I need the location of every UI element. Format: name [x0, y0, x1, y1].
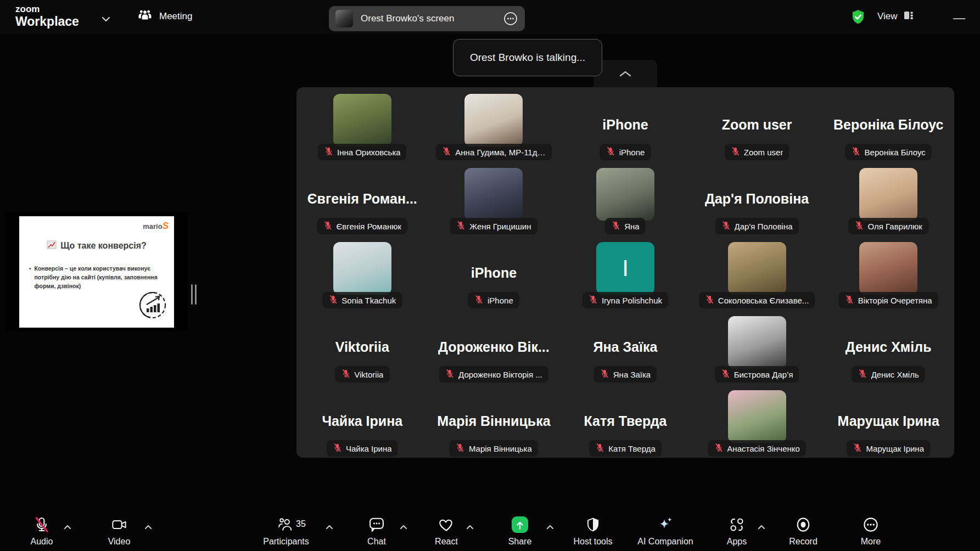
participant-name-label: Яна Заїка: [613, 370, 651, 379]
participant-tile[interactable]: iPhone iPhone: [559, 87, 691, 161]
video-label: Video: [78, 537, 160, 547]
participant-name-pill: Марущак Ірина: [847, 440, 930, 457]
participant-tile[interactable]: Марущак Ірина Марущак Ірина: [822, 384, 954, 458]
mic-muted-icon: [854, 221, 864, 232]
security-shield-icon[interactable]: [850, 9, 866, 27]
participant-tile[interactable]: Катя Тверда Катя Тверда: [559, 384, 691, 458]
preview-resize-handle[interactable]: [191, 284, 197, 305]
participant-tile[interactable]: Дар'я Половіна Дар'я Половіна: [691, 161, 823, 235]
mic-muted-icon: [705, 295, 714, 306]
mic-muted-icon: [328, 295, 338, 306]
chart-icon: [47, 240, 57, 251]
tab-meeting[interactable]: Meeting: [137, 9, 192, 24]
chevron-down-icon[interactable]: [102, 14, 110, 24]
participant-name-pill: Женя Грицишин: [450, 218, 537, 234]
mic-muted-icon: [474, 295, 484, 306]
participant-tile[interactable]: Марія Вінницька Марія Вінницька: [428, 384, 560, 458]
participant-tile[interactable]: iPhone iPhone: [428, 235, 560, 310]
share-button[interactable]: Share: [479, 512, 561, 551]
participant-name-label: Анастасія Зінченко: [727, 444, 800, 453]
participant-tile[interactable]: Соколовська Єлизаве...: [691, 235, 823, 310]
mic-muted-icon: [445, 369, 455, 380]
mic-muted-icon: [858, 369, 867, 380]
participant-name-pill: iPhone: [600, 144, 651, 160]
participant-name-pill: Анастасія Зінченко: [708, 440, 806, 457]
more-button[interactable]: More: [830, 512, 912, 551]
participant-tile[interactable]: Євгенія Роман... Євгенія Романюк: [296, 161, 428, 235]
react-options-caret[interactable]: [466, 522, 474, 532]
audio-options-caret[interactable]: [64, 522, 71, 532]
more-label: More: [830, 537, 912, 547]
participant-tile[interactable]: Вероніка Білоус Вероніка Білоус: [822, 87, 954, 161]
view-label: View: [877, 11, 898, 22]
mic-muted-icon: [589, 295, 598, 306]
participant-big-name: Дар'я Половіна: [693, 190, 821, 206]
participant-name-pill: Яна: [605, 218, 645, 234]
participant-tile[interactable]: Денис Хміль Денис Хміль: [822, 310, 954, 384]
participant-name-label: Марущак Ірина: [866, 444, 924, 453]
participant-name-pill: Оля Гаврилюк: [848, 218, 928, 234]
sharer-avatar: [335, 10, 353, 27]
participant-name-pill: Інна Ориховська: [318, 144, 407, 160]
audio-button[interactable]: Audio: [1, 512, 83, 551]
participant-name-pill: Дороженко Вікторія ...: [439, 366, 548, 383]
participants-icon: [245, 516, 327, 533]
participant-tile[interactable]: Zoom user Zoom user: [691, 87, 823, 161]
mic-muted-icon: [852, 147, 861, 158]
participant-video-thumb: [728, 242, 786, 295]
participant-tile[interactable]: Чайка Ірина Чайка Ірина: [296, 384, 428, 458]
ai-sparkle-icon: [624, 516, 707, 533]
participant-tile[interactable]: Sonia Tkachuk: [296, 235, 428, 310]
heart-icon: [405, 516, 488, 533]
participant-name-label: Дороженко Вікторія ...: [458, 370, 542, 379]
participant-tile[interactable]: Анна Гудима, МР-11д…: [428, 87, 560, 161]
participant-name-label: Sonia Tkachuk: [341, 296, 396, 305]
video-options-caret[interactable]: [144, 522, 152, 532]
participant-name-pill: Вікторія Очеретяна: [839, 292, 938, 308]
zoom-workplace-logo: zoom Workplace: [15, 4, 79, 28]
ai-companion-button[interactable]: AI Companion: [624, 512, 707, 551]
participant-big-name: Яна Заїка: [562, 339, 689, 355]
share-options-button[interactable]: [503, 11, 518, 26]
participant-big-name: Чайка Ірина: [299, 413, 426, 429]
participant-big-name: iPhone: [430, 265, 558, 280]
react-button[interactable]: React: [405, 512, 488, 551]
participant-name-label: Анна Гудима, МР-11д…: [455, 148, 545, 157]
participant-name-label: Чайка Ірина: [346, 444, 392, 453]
participant-tile[interactable]: Viktoriia Viktoriia: [296, 310, 428, 384]
participant-tile[interactable]: Анастасія Зінченко: [691, 384, 823, 458]
participants-button[interactable]: 35 Participants: [245, 512, 327, 551]
video-button[interactable]: Video: [78, 512, 160, 551]
participant-name-pill: Марія Вінницька: [450, 440, 538, 457]
participant-tile[interactable]: І Iryna Polishchuk: [559, 235, 691, 310]
participant-name-label: iPhone: [488, 296, 513, 305]
participant-tile[interactable]: Яна Заїка Яна Заїка: [559, 310, 691, 384]
view-button[interactable]: View: [877, 10, 914, 23]
participants-options-caret[interactable]: [326, 522, 333, 532]
participant-tile[interactable]: Дороженко Вік... Дороженко Вікторія ...: [428, 310, 560, 384]
participant-video-thumb: [464, 168, 523, 221]
participant-tile[interactable]: Оля Гаврилюк: [822, 161, 954, 235]
participant-name-pill: Iryna Polishchuk: [583, 292, 668, 308]
mic-muted-icon: [721, 221, 731, 232]
zoom-meeting-window: zoom Workplace Meeting Orest Browko's s: [0, 0, 980, 551]
participant-big-name: Денис Хміль: [825, 339, 952, 355]
gallery-collapse-button[interactable]: [593, 60, 657, 87]
participant-big-name: iPhone: [562, 116, 689, 132]
participant-name-pill: Чайка Ірина: [327, 440, 398, 457]
participant-tile[interactable]: Женя Грицишин: [428, 161, 560, 235]
participant-name-label: Соколовська Єлизаве...: [718, 296, 809, 305]
participant-name-label: Вікторія Очеретяна: [858, 296, 932, 305]
participant-tile[interactable]: Бистрова Дар’я: [691, 310, 823, 384]
participant-name-label: Яна: [624, 222, 639, 231]
mic-muted-icon: [456, 443, 465, 454]
video-gallery-panel: Інна Ориховська Анна Гудима, М: [296, 87, 954, 458]
participant-tile[interactable]: Яна: [559, 161, 691, 235]
participant-tile[interactable]: Вікторія Очеретяна: [822, 235, 954, 310]
mic-muted-icon: [324, 147, 333, 158]
participant-video-thumb: [596, 168, 654, 221]
participant-big-name: Вероніка Білоус: [825, 116, 952, 132]
window-minimize-button[interactable]: —: [953, 11, 965, 25]
host-tools-button[interactable]: Host tools: [552, 512, 634, 551]
participant-tile[interactable]: Інна Ориховська: [296, 87, 428, 161]
